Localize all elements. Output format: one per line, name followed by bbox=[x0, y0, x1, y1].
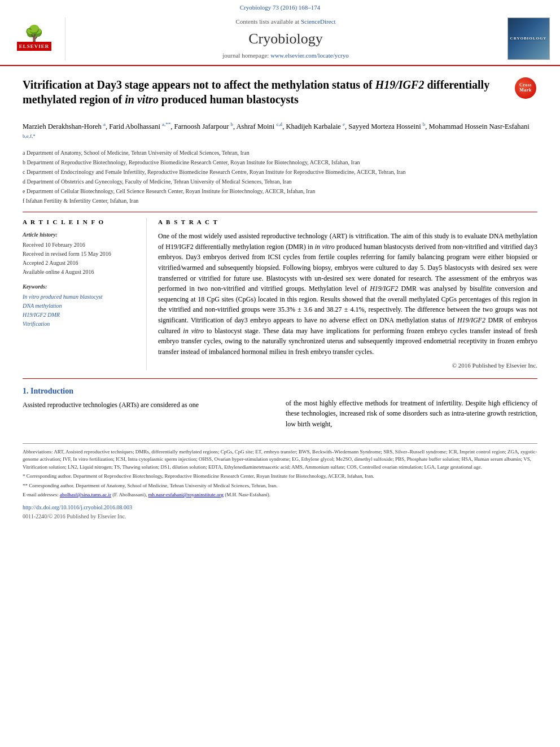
corresponding-1: * Corresponding author. Department of Re… bbox=[23, 473, 537, 480]
email-label: E-mail addresses: bbox=[23, 492, 59, 497]
email-2-name: (M.H. Nasr-Esfahani). bbox=[225, 492, 270, 497]
affiliation-b: b Department of Reproductive Biotechnolo… bbox=[23, 158, 537, 167]
elsevier-tree-icon: 🌳 bbox=[24, 26, 44, 42]
abstract-text: One of the most widely used assisted rep… bbox=[158, 231, 537, 357]
article-info-label: A R T I C L E I N F O bbox=[23, 218, 138, 226]
journal-name: Cryobiology bbox=[71, 29, 500, 49]
journal-center: Contents lists available at ScienceDirec… bbox=[71, 18, 500, 60]
contents-line: Contents lists available at ScienceDirec… bbox=[71, 18, 500, 26]
issn-line: 0011-2240/© 2016 Published by Elsevier I… bbox=[23, 513, 537, 521]
keywords-label: Keywords: bbox=[23, 283, 138, 291]
introduction-section: 1. Introduction Assisted reproductive te… bbox=[23, 378, 537, 430]
keyword-4[interactable]: Vitrification bbox=[23, 320, 138, 328]
crossmark-badge[interactable]: CrossMark bbox=[515, 77, 537, 100]
journal-reference: Cryobiology 73 (2016) 168–174 bbox=[0, 2, 560, 13]
main-content: Vitrification at Day3 stage appears not … bbox=[0, 66, 560, 435]
revised-date: Received in revised form 15 May 2016 bbox=[23, 250, 138, 258]
authors: Marzieh Derakhshan-Horeh a, Farid Abolha… bbox=[23, 120, 537, 144]
contents-text: Contents lists available at bbox=[235, 18, 299, 25]
article-history: Article history: Received 10 February 20… bbox=[23, 231, 138, 276]
accepted-date: Accepted 2 August 2016 bbox=[23, 259, 138, 267]
homepage-line: journal homepage: www.elsevier.com/locat… bbox=[71, 51, 500, 60]
received-date: Received 10 February 2016 bbox=[23, 241, 138, 249]
keywords-section: Keywords: In vitro produced human blasto… bbox=[23, 283, 138, 328]
intro-right: of the most highly effective methods for… bbox=[286, 386, 537, 430]
cryo-thumb-label: CRYOBIOLOGY bbox=[510, 36, 547, 42]
intro-left-text: Assisted reproductive technologies (ARTs… bbox=[23, 400, 274, 410]
affiliation-a: a Department of Anatomy, School of Medic… bbox=[23, 148, 537, 157]
affiliations: a Department of Anatomy, School of Medic… bbox=[23, 148, 537, 212]
keyword-3[interactable]: H19/IGF2 DMR bbox=[23, 311, 138, 319]
intro-title: Introduction bbox=[30, 387, 73, 395]
elsevier-logo: 🌳 ELSEVIER bbox=[9, 18, 65, 60]
intro-left: 1. Introduction Assisted reproductive te… bbox=[23, 386, 274, 430]
email-1-name: (F. Abolhassani), bbox=[112, 492, 147, 497]
email-1-link[interactable]: abolhasf@sina.tums.ac.ir bbox=[60, 492, 111, 497]
keyword-2[interactable]: DNA methylation bbox=[23, 302, 138, 310]
available-date: Available online 4 August 2016 bbox=[23, 268, 138, 276]
email-addresses: E-mail addresses: abolhasf@sina.tums.ac.… bbox=[23, 491, 537, 499]
copyright: © 2016 Published by Elsevier Inc. bbox=[158, 361, 537, 370]
doi-link[interactable]: http://dx.doi.org/10.1016/j.cryobiol.201… bbox=[23, 504, 132, 510]
abbreviations: Abbreviations: ART, Assisted reproductiv… bbox=[23, 448, 537, 471]
email-2-link[interactable]: mh.nasr-esfahani@royaninstitute.org bbox=[148, 492, 224, 497]
article-title: Vitrification at Day3 stage appears not … bbox=[23, 77, 509, 107]
affiliation-c: c Department of Endocrinology and Female… bbox=[23, 168, 537, 176]
affiliation-f: f Isfahan Fertility & Infertility Center… bbox=[23, 196, 537, 205]
cryobiology-cover: CRYOBIOLOGY bbox=[508, 18, 550, 60]
article-info-column: A R T I C L E I N F O Article history: R… bbox=[23, 218, 147, 370]
crossmark-icon: CrossMark bbox=[515, 77, 536, 99]
sciencedirect-link[interactable]: ScienceDirect bbox=[301, 18, 336, 25]
intro-section-number: 1. Introduction bbox=[23, 386, 274, 397]
footnotes: Abbreviations: ART, Assisted reproductiv… bbox=[23, 448, 537, 499]
abstract-label: A B S T R A C T bbox=[158, 218, 537, 226]
doi-line: http://dx.doi.org/10.1016/j.cryobiol.201… bbox=[23, 504, 537, 512]
intro-right-text: of the most highly effective methods for… bbox=[286, 386, 537, 430]
footer-links: http://dx.doi.org/10.1016/j.cryobiol.201… bbox=[23, 504, 537, 521]
abstract-column: A B S T R A C T One of the most widely u… bbox=[158, 218, 537, 370]
page-footer: Abbreviations: ART, Assisted reproductiv… bbox=[23, 443, 537, 521]
top-bar: Cryobiology 73 (2016) 168–174 🌳 ELSEVIER… bbox=[0, 0, 560, 66]
keyword-1[interactable]: In vitro produced human blastocyst bbox=[23, 293, 138, 301]
affiliation-e: e Department of Cellular Biotechnology, … bbox=[23, 187, 537, 195]
title-section: Vitrification at Day3 stage appears not … bbox=[23, 77, 537, 113]
elsevier-label: ELSEVIER bbox=[17, 42, 52, 51]
homepage-text: journal homepage: bbox=[222, 52, 269, 59]
history-label: Article history: bbox=[23, 231, 138, 239]
affiliation-d: d Department of Obstetrics and Gynecolog… bbox=[23, 177, 537, 186]
homepage-url[interactable]: www.elsevier.com/locate/ycryo bbox=[270, 52, 349, 59]
corresponding-2: ** Corresponding author. Department of A… bbox=[23, 482, 537, 490]
title-text: Vitrification at Day3 stage appears not … bbox=[23, 77, 509, 113]
two-column-section: A R T I C L E I N F O Article history: R… bbox=[23, 218, 537, 370]
journal-header: 🌳 ELSEVIER Contents lists available at S… bbox=[0, 13, 560, 64]
journal-thumbnail: CRYOBIOLOGY bbox=[506, 18, 551, 60]
